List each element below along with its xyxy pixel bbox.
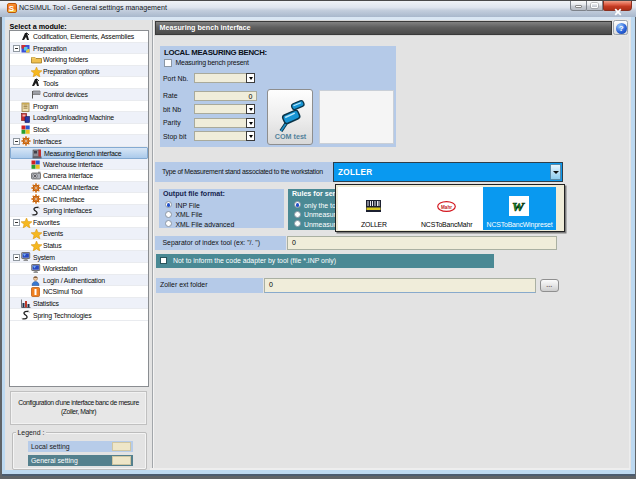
svg-text:W: W	[512, 199, 525, 214]
svg-text:Mahr: Mahr	[441, 205, 452, 210]
